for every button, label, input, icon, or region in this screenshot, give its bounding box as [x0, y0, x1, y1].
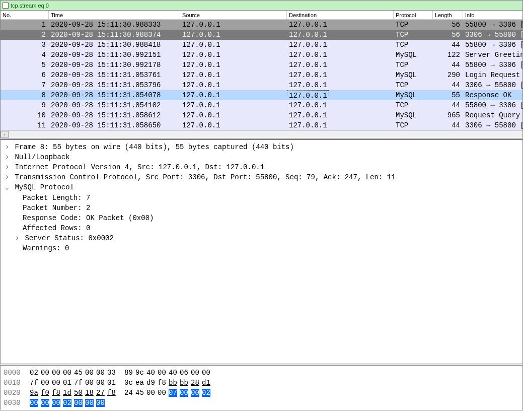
hex-byte[interactable]: 9a — [30, 388, 41, 398]
column-header-length[interactable]: Length — [433, 11, 463, 19]
tree-frame[interactable]: Frame 8: 55 bytes on wire (440 bits), 55… — [1, 142, 522, 152]
hex-byte[interactable]: 40 — [169, 368, 180, 378]
hex-byte[interactable]: 00 — [85, 368, 96, 378]
hex-byte[interactable]: ea — [135, 378, 146, 388]
packet-row[interactable]: 32020-09-28 15:11:30.988418127.0.0.1127.… — [1, 40, 522, 50]
hex-byte[interactable]: f0 — [41, 388, 52, 398]
hex-byte[interactable]: 28 — [191, 378, 202, 388]
packet-row[interactable]: 62020-09-28 15:11:31.053761127.0.0.1127.… — [1, 70, 522, 80]
hex-byte[interactable]: 02 — [202, 388, 213, 398]
hex-byte[interactable]: 00 — [52, 398, 63, 408]
hex-dump-pane[interactable]: 00000200000045000033899c4000400600000010… — [0, 365, 523, 410]
hex-byte[interactable]: 40 — [146, 368, 158, 378]
hex-byte[interactable]: d1 — [202, 378, 213, 388]
hex-byte[interactable]: 00 — [96, 368, 107, 378]
hex-byte[interactable]: f8 — [107, 388, 118, 398]
packet-row[interactable]: 72020-09-28 15:11:31.053796127.0.0.1127.… — [1, 80, 522, 90]
chevron-down-icon[interactable] — [4, 182, 11, 193]
column-header-info[interactable]: Info — [463, 11, 522, 19]
hex-byte[interactable]: 00 — [52, 368, 63, 378]
hex-byte[interactable]: 00 — [191, 368, 202, 378]
tree-mysql[interactable]: MySQL Protocol — [1, 182, 522, 193]
hex-byte[interactable]: 24 — [124, 388, 135, 398]
bookmark-filter-icon[interactable] — [3, 3, 9, 9]
hex-byte[interactable]: 00 — [41, 368, 52, 378]
hex-byte[interactable]: 0c — [124, 378, 135, 388]
packet-row[interactable]: 92020-09-28 15:11:31.054102127.0.0.1127.… — [1, 100, 522, 110]
hex-row[interactable]: 00000200000045000033899c400040060000 — [4, 368, 519, 378]
hex-byte[interactable]: 9c — [135, 368, 146, 378]
chevron-right-icon[interactable] — [4, 142, 11, 152]
hex-byte[interactable]: 00 — [180, 388, 191, 398]
hex-byte[interactable]: 33 — [107, 368, 118, 378]
chevron-right-icon[interactable] — [14, 233, 21, 243]
packet-row[interactable]: 82020-09-28 15:11:31.054078127.0.0.1127.… — [1, 90, 522, 100]
hex-byte[interactable]: 06 — [180, 368, 191, 378]
tree-ip[interactable]: Internet Protocol Version 4, Src: 127.0.… — [1, 162, 522, 172]
hex-byte[interactable]: d9 — [146, 378, 158, 388]
hex-byte[interactable]: 00 — [158, 388, 169, 398]
hex-byte[interactable]: 00 — [30, 398, 41, 408]
hex-byte[interactable]: 02 — [30, 368, 41, 378]
hex-byte[interactable]: 00 — [202, 368, 213, 378]
hex-byte[interactable]: 45 — [74, 368, 85, 378]
hex-byte[interactable]: 00 — [41, 378, 52, 388]
chevron-right-icon[interactable] — [4, 152, 11, 162]
column-header-source[interactable]: Source — [180, 11, 287, 19]
packet-row[interactable]: 42020-09-28 15:11:30.992151127.0.0.1127.… — [1, 50, 522, 60]
packet-row[interactable]: 22020-09-28 15:11:30.988374127.0.0.1127.… — [1, 30, 522, 40]
hex-byte[interactable]: bb — [169, 378, 180, 388]
hex-byte[interactable]: bb — [180, 378, 191, 388]
chevron-right-icon[interactable] — [4, 162, 11, 172]
hex-byte[interactable]: 00 — [158, 368, 169, 378]
tree-affected-rows[interactable]: Affected Rows: 0 — [1, 223, 522, 233]
hex-byte[interactable]: 45 — [135, 388, 146, 398]
column-header-protocol[interactable]: Protocol — [394, 11, 433, 19]
hex-byte[interactable]: 50 — [74, 388, 85, 398]
hex-byte[interactable]: 00 — [96, 378, 107, 388]
packet-row[interactable]: 12020-09-28 15:11:30.988333127.0.0.1127.… — [1, 20, 522, 30]
hex-byte[interactable]: 02 — [63, 398, 74, 408]
column-header-time[interactable]: Time — [49, 11, 180, 19]
hex-byte[interactable]: 7f — [74, 378, 85, 388]
column-header-no[interactable]: No. — [1, 11, 49, 19]
hex-byte[interactable]: 00 — [85, 378, 96, 388]
hex-byte[interactable]: 00 — [146, 388, 158, 398]
tree-response-code[interactable]: Response Code: OK Packet (0x00) — [1, 213, 522, 223]
hex-byte[interactable]: 7f — [30, 378, 41, 388]
hex-byte[interactable]: f8 — [158, 378, 169, 388]
hex-byte[interactable]: 00 — [52, 378, 63, 388]
hex-byte[interactable]: f8 — [52, 388, 63, 398]
tree-packet-length[interactable]: Packet Length: 7 — [1, 193, 522, 203]
hex-byte[interactable]: 00 — [96, 398, 107, 408]
hex-byte[interactable]: 89 — [124, 368, 135, 378]
hex-byte[interactable]: 00 — [74, 398, 85, 408]
column-header-dest[interactable]: Destination — [287, 11, 394, 19]
tree-tcp[interactable]: Transmission Control Protocol, Src Port:… — [1, 172, 522, 182]
scroll-left-button[interactable]: ‹ — [1, 131, 9, 138]
hex-row[interactable]: 003000000002000000 — [4, 398, 519, 408]
hex-byte[interactable]: 00 — [41, 398, 52, 408]
packet-row[interactable]: 112020-09-28 15:11:31.058650127.0.0.1127… — [1, 120, 522, 130]
display-filter-input[interactable] — [11, 3, 520, 9]
packet-row[interactable]: 102020-09-28 15:11:31.058612127.0.0.1127… — [1, 110, 522, 120]
tree-warnings[interactable]: Warnings: 0 — [1, 243, 522, 253]
packet-list-header[interactable]: No. Time Source Destination Protocol Len… — [1, 11, 522, 20]
tree-null-loopback[interactable]: Null/Loopback — [1, 152, 522, 162]
hex-byte[interactable]: 01 — [107, 378, 118, 388]
tree-server-status[interactable]: Server Status: 0x0002 — [1, 233, 522, 243]
hex-byte[interactable]: 1d — [63, 388, 74, 398]
tree-packet-number[interactable]: Packet Number: 2 — [1, 203, 522, 213]
hex-byte[interactable]: 27 — [96, 388, 107, 398]
hex-row[interactable]: 00209af0f81d501827f82445000007000002 — [4, 388, 519, 398]
hex-byte[interactable]: 18 — [85, 388, 96, 398]
hex-byte[interactable]: 07 — [169, 388, 180, 398]
hex-byte[interactable]: 00 — [85, 398, 96, 408]
hex-byte[interactable]: 00 — [63, 368, 74, 378]
hex-byte[interactable]: 01 — [63, 378, 74, 388]
hex-row[interactable]: 00107f0000017f0000010cead9f8bbbb28d1 — [4, 378, 519, 388]
chevron-right-icon[interactable] — [4, 172, 11, 182]
packet-row[interactable]: 52020-09-28 15:11:30.992178127.0.0.1127.… — [1, 60, 522, 70]
hex-byte[interactable]: 00 — [191, 388, 202, 398]
packet-list-scrollbar[interactable]: ‹ — [0, 130, 523, 138]
